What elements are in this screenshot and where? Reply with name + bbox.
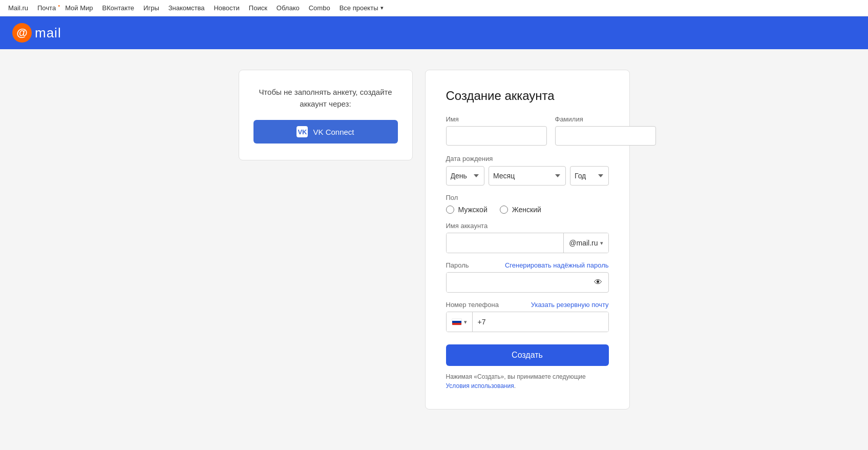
logo-text: mail: [35, 25, 61, 41]
phone-section: Номер телефона Указать резервную почту: [446, 301, 609, 332]
gender-female-option[interactable]: Женский: [500, 206, 541, 214]
gender-male-radio[interactable]: [446, 206, 454, 214]
terms-link[interactable]: Условия использования: [446, 382, 514, 390]
day-select[interactable]: День123456789101112131415161718192021222…: [446, 166, 485, 186]
logo[interactable]: @ mail: [12, 23, 61, 43]
gender-section: Пол Мужской Женский: [446, 194, 609, 214]
vk-connect-label: VK Connect: [313, 128, 354, 136]
month-select[interactable]: МесяцЯнварьФевральМартАпрельМайИюньИюльА…: [489, 166, 566, 186]
nav-combo[interactable]: Combo: [309, 4, 330, 12]
password-input-row: 👁: [446, 272, 609, 293]
phone-country-selector[interactable]: [447, 312, 473, 332]
phone-header: Номер телефона Указать резервную почту: [446, 301, 609, 309]
last-name-input[interactable]: [555, 126, 656, 146]
vk-icon: VK: [297, 126, 308, 137]
dob-section: Дата рождения: [446, 154, 609, 163]
account-input-row: @mail.ru: [446, 233, 609, 253]
dob-label: Дата рождения: [446, 155, 493, 162]
main-content: Чтобы не заполнять анкету, создайте акка…: [0, 49, 868, 450]
name-row: Имя Фамилия: [446, 115, 609, 146]
nav-vkontakte[interactable]: ВКонтакте: [102, 4, 135, 12]
account-input[interactable]: [447, 233, 564, 253]
password-header: Пароль Сгенерировать надёжный пароль: [446, 261, 609, 269]
phone-input[interactable]: [473, 312, 608, 332]
terms-prefix: Нажимая «Создать», вы принимаете следующ…: [446, 373, 586, 380]
generate-password-link[interactable]: Сгенерировать надёжный пароль: [505, 261, 609, 269]
gender-male-option[interactable]: Мужской: [446, 206, 488, 214]
first-name-input[interactable]: [446, 126, 547, 146]
phone-label: Номер телефона: [446, 301, 499, 309]
toggle-password-icon[interactable]: 👁: [588, 278, 608, 287]
nav-znakomstva[interactable]: Знакомства: [168, 4, 205, 12]
vk-connect-description: Чтобы не заполнять анкету, создайте акка…: [253, 87, 398, 110]
account-label: Имя аккаунта: [446, 222, 609, 230]
registration-form-panel: Создание аккаунта Имя Фамилия Дата рожде…: [425, 70, 630, 410]
header-bar: @ mail: [0, 16, 868, 49]
account-domain-selector[interactable]: @mail.ru: [563, 233, 608, 253]
terms-text: Нажимая «Создать», вы принимаете следующ…: [446, 372, 609, 391]
dob-row: День123456789101112131415161718192021222…: [446, 166, 609, 186]
nav-igry[interactable]: Игры: [143, 4, 159, 12]
vk-connect-button[interactable]: VK VK Connect: [253, 120, 398, 144]
gender-female-radio[interactable]: [500, 206, 508, 214]
russia-flag-icon: [452, 318, 462, 325]
gender-label: Пол: [446, 194, 609, 201]
nav-pochta[interactable]: Почта: [37, 4, 56, 12]
year-group: Год2026202520242023202220212020201920182…: [570, 166, 609, 186]
last-name-label: Фамилия: [555, 115, 656, 123]
first-name-group: Имя: [446, 115, 547, 146]
terms-suffix: .: [514, 382, 516, 390]
phone-input-row: [446, 312, 609, 332]
top-navigation: Mail.ru Почта Мой Мир ВКонтакте Игры Зна…: [0, 0, 868, 16]
nav-moimir[interactable]: Мой Мир: [65, 4, 93, 12]
password-input[interactable]: [447, 273, 588, 292]
last-name-group: Фамилия: [555, 115, 656, 146]
gender-options: Мужской Женский: [446, 206, 609, 214]
create-account-button[interactable]: Создать: [446, 344, 609, 366]
nav-poisk[interactable]: Поиск: [249, 4, 267, 12]
month-group: МесяцЯнварьФевральМартАпрельМайИюньИюльА…: [489, 166, 566, 186]
day-group: День123456789101112131415161718192021222…: [446, 166, 485, 186]
nav-novosti[interactable]: Новости: [214, 4, 239, 12]
vk-connect-panel: Чтобы не заполнять анкету, создайте акка…: [239, 70, 413, 160]
password-section: Пароль Сгенерировать надёжный пароль 👁: [446, 261, 609, 293]
nav-mailru[interactable]: Mail.ru: [8, 4, 28, 12]
gender-male-label: Мужской: [458, 206, 488, 214]
nav-all-projects[interactable]: Все проекты: [340, 4, 384, 12]
at-icon: @: [12, 23, 32, 43]
gender-female-label: Женский: [512, 206, 541, 214]
password-label: Пароль: [446, 261, 469, 269]
first-name-label: Имя: [446, 115, 547, 123]
account-section: Имя аккаунта @mail.ru: [446, 222, 609, 253]
form-title: Создание аккаунта: [446, 89, 609, 103]
nav-oblako[interactable]: Облако: [277, 4, 300, 12]
reserve-email-link[interactable]: Указать резервную почту: [531, 301, 609, 309]
year-select[interactable]: Год2026202520242023202220212020201920182…: [570, 166, 609, 186]
